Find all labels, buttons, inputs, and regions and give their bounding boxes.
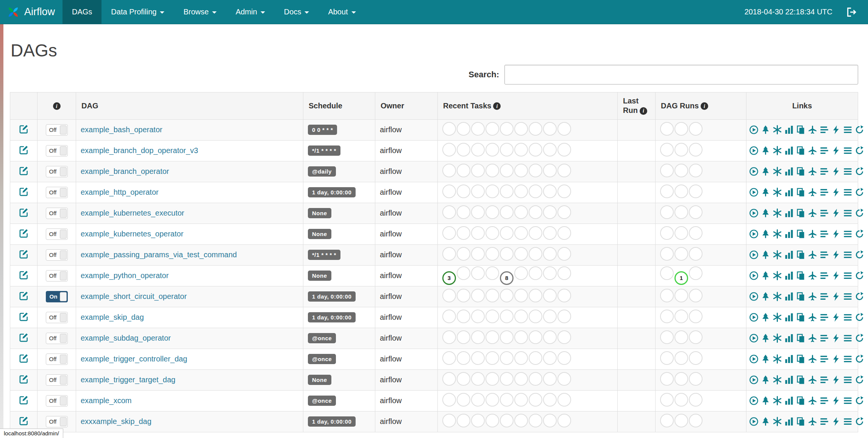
tasks-duration-icon[interactable] bbox=[784, 375, 794, 385]
refresh-icon[interactable] bbox=[855, 250, 864, 260]
task-tries-icon[interactable] bbox=[796, 125, 806, 135]
task-state-circle[interactable] bbox=[486, 414, 499, 427]
dag-run-circle[interactable] bbox=[660, 122, 674, 136]
task-state-circle[interactable] bbox=[471, 330, 485, 344]
task-state-circle[interactable] bbox=[500, 330, 514, 344]
dag-link[interactable]: example_passing_params_via_test_command bbox=[81, 250, 237, 259]
landing-times-icon[interactable] bbox=[808, 396, 817, 405]
graph-view-icon[interactable] bbox=[773, 417, 782, 426]
tasks-duration-icon[interactable] bbox=[784, 333, 794, 343]
task-state-circle[interactable] bbox=[514, 122, 528, 136]
task-state-circle[interactable] bbox=[557, 330, 571, 344]
dag-run-circle[interactable] bbox=[689, 393, 703, 407]
task-state-circle[interactable] bbox=[457, 393, 470, 407]
task-state-circle[interactable] bbox=[514, 393, 528, 407]
dag-run-circle[interactable] bbox=[689, 372, 703, 386]
task-state-circle[interactable] bbox=[557, 185, 571, 198]
code-icon[interactable] bbox=[831, 333, 841, 343]
dag-run-circle[interactable] bbox=[689, 185, 703, 198]
dag-link[interactable]: exxxample_skip_dag bbox=[81, 417, 151, 425]
dag-link[interactable]: example_trigger_target_dag bbox=[81, 375, 175, 384]
tasks-duration-icon[interactable] bbox=[784, 271, 794, 280]
task-state-circle[interactable] bbox=[457, 330, 470, 344]
task-state-circle[interactable] bbox=[543, 247, 557, 261]
task-state-circle[interactable] bbox=[543, 414, 557, 427]
dag-run-circle[interactable] bbox=[660, 310, 674, 323]
task-state-circle[interactable] bbox=[500, 205, 514, 219]
dag-link[interactable]: example_python_operator bbox=[81, 271, 169, 280]
logs-icon[interactable] bbox=[843, 396, 852, 405]
dag-run-circle[interactable] bbox=[689, 122, 703, 136]
logs-icon[interactable] bbox=[843, 417, 852, 426]
nav-item-about[interactable]: About bbox=[318, 0, 365, 24]
search-input[interactable] bbox=[504, 65, 858, 84]
refresh-icon[interactable] bbox=[855, 396, 864, 405]
task-tries-icon[interactable] bbox=[796, 167, 806, 176]
task-state-circle[interactable] bbox=[514, 310, 528, 323]
task-state-circle[interactable] bbox=[500, 185, 514, 198]
task-state-circle[interactable] bbox=[529, 205, 542, 219]
tree-view-icon[interactable] bbox=[761, 167, 770, 176]
gantt-icon[interactable] bbox=[820, 333, 829, 343]
gantt-icon[interactable] bbox=[820, 125, 829, 135]
task-state-circle[interactable] bbox=[486, 247, 499, 261]
task-state-circle[interactable] bbox=[557, 122, 571, 136]
task-state-circle[interactable] bbox=[500, 247, 514, 261]
landing-times-icon[interactable] bbox=[808, 250, 817, 260]
edit-dag-icon[interactable] bbox=[19, 270, 29, 280]
edit-dag-icon[interactable] bbox=[19, 145, 29, 155]
task-state-circle[interactable] bbox=[500, 372, 514, 386]
task-state-circle[interactable] bbox=[557, 164, 571, 177]
task-tries-icon[interactable] bbox=[796, 396, 806, 405]
tasks-duration-icon[interactable] bbox=[784, 250, 794, 260]
code-icon[interactable] bbox=[831, 292, 841, 301]
graph-view-icon[interactable] bbox=[773, 354, 782, 364]
schedule-badge[interactable]: */1 * * * * bbox=[308, 250, 340, 260]
refresh-icon[interactable] bbox=[855, 354, 864, 364]
dag-run-circle[interactable] bbox=[689, 289, 703, 302]
graph-view-icon[interactable] bbox=[773, 333, 782, 343]
task-state-circle[interactable] bbox=[543, 266, 557, 280]
code-icon[interactable] bbox=[831, 313, 841, 322]
code-icon[interactable] bbox=[831, 271, 841, 280]
edit-dag-icon[interactable] bbox=[19, 186, 29, 196]
refresh-icon[interactable] bbox=[855, 417, 864, 426]
task-state-circle[interactable] bbox=[543, 164, 557, 177]
task-state-circle[interactable] bbox=[543, 372, 557, 386]
dag-link[interactable]: example_bash_operator bbox=[81, 125, 162, 134]
trigger-dag-icon[interactable] bbox=[749, 146, 759, 155]
task-tries-icon[interactable] bbox=[796, 354, 806, 364]
nav-item-data-profiling[interactable]: Data Profiling bbox=[101, 0, 174, 24]
tasks-duration-icon[interactable] bbox=[784, 188, 794, 197]
trigger-dag-icon[interactable] bbox=[749, 354, 759, 364]
task-state-circle[interactable] bbox=[557, 143, 571, 156]
tree-view-icon[interactable] bbox=[761, 375, 770, 385]
tree-view-icon[interactable] bbox=[761, 354, 770, 364]
dag-link[interactable]: example_http_operator bbox=[81, 188, 159, 196]
task-state-circle[interactable] bbox=[471, 226, 485, 240]
task-tries-icon[interactable] bbox=[796, 229, 806, 239]
code-icon[interactable] bbox=[831, 396, 841, 405]
task-state-circle[interactable] bbox=[557, 226, 571, 240]
edit-dag-icon[interactable] bbox=[19, 416, 29, 425]
refresh-icon[interactable] bbox=[855, 375, 864, 385]
gantt-icon[interactable] bbox=[820, 271, 829, 280]
landing-times-icon[interactable] bbox=[808, 125, 817, 135]
task-state-circle[interactable] bbox=[557, 266, 571, 280]
edit-dag-icon[interactable] bbox=[19, 311, 29, 321]
dag-run-circle[interactable] bbox=[689, 205, 703, 219]
graph-view-icon[interactable] bbox=[773, 292, 782, 301]
tasks-duration-icon[interactable] bbox=[784, 125, 794, 135]
dag-link[interactable]: example_skip_dag bbox=[81, 313, 144, 321]
task-state-circle[interactable] bbox=[457, 185, 470, 198]
graph-view-icon[interactable] bbox=[773, 167, 782, 176]
tasks-duration-icon[interactable] bbox=[784, 229, 794, 239]
dag-pause-toggle[interactable]: Off bbox=[46, 145, 68, 156]
task-state-circle[interactable]: 3 bbox=[442, 271, 456, 285]
tasks-duration-icon[interactable] bbox=[784, 417, 794, 426]
dag-pause-toggle[interactable]: Off bbox=[46, 166, 68, 177]
nav-item-browse[interactable]: Browse bbox=[174, 0, 226, 24]
task-state-circle[interactable] bbox=[557, 372, 571, 386]
task-state-circle[interactable] bbox=[500, 226, 514, 240]
dag-run-circle[interactable] bbox=[660, 393, 674, 407]
